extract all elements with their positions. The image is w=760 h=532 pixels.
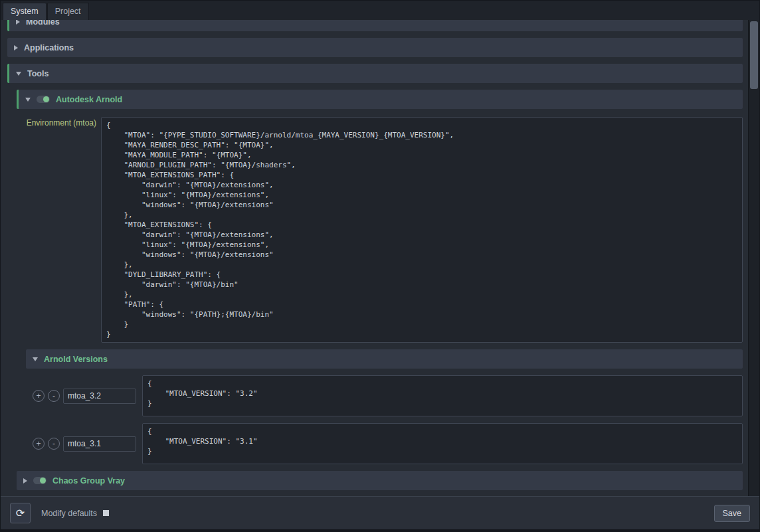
settings-window: System Project Modules Applications Tool… (0, 0, 760, 532)
section-autodesk-arnold[interactable]: Autodesk Arnold (17, 90, 743, 109)
tab-bar: System Project (1, 1, 759, 20)
section-tools-label: Tools (27, 69, 48, 78)
chevron-down-icon (16, 72, 21, 76)
environment-label: Environment (mtoa) (17, 117, 96, 128)
settings-scroll-area: Modules Applications Tools Autodesk Arno… (1, 20, 748, 496)
chevron-down-icon (25, 98, 31, 102)
add-version-button[interactable]: + (33, 438, 45, 450)
section-chaos-group-vray[interactable]: Chaos Group Vray (17, 471, 743, 490)
section-applications-label: Applications (24, 43, 74, 52)
section-modules-label: Modules (26, 20, 60, 27)
chevron-down-icon (33, 357, 38, 361)
version-key-input[interactable] (63, 389, 136, 404)
save-button[interactable]: Save (714, 505, 751, 522)
scrollbar[interactable] (748, 20, 759, 496)
version-row: + - { "MTOA_VERSION": "3.1" } (33, 423, 743, 464)
chevron-right-icon (23, 478, 27, 484)
remove-version-button[interactable]: - (48, 438, 60, 450)
footer-bar: ⟳ Modify defaults Save (1, 496, 759, 529)
version-json-editor[interactable]: { "MTOA_VERSION": "3.2" } (142, 375, 743, 416)
chevron-right-icon (16, 20, 20, 25)
environment-row: Environment (mtoa) { "MTOA": "{PYPE_STUD… (17, 117, 743, 343)
section-autodesk-arnold-label: Autodesk Arnold (56, 95, 122, 104)
enabled-toggle-icon[interactable] (37, 96, 50, 103)
scrollbar-thumb[interactable] (750, 21, 758, 89)
section-modules[interactable]: Modules (7, 20, 743, 31)
section-arnold-versions[interactable]: Arnold Versions (26, 349, 743, 369)
version-key-input[interactable] (63, 436, 136, 452)
remove-version-button[interactable]: - (48, 390, 60, 402)
settings-content: Modules Applications Tools Autodesk Arno… (1, 20, 759, 496)
tab-project[interactable]: Project (47, 3, 89, 20)
modify-defaults-label: Modify defaults (41, 509, 97, 518)
section-chaos-group-vray-label: Chaos Group Vray (52, 476, 125, 486)
version-row: + - { "MTOA_VERSION": "3.2" } (33, 375, 743, 416)
modify-defaults-checkbox[interactable] (103, 510, 109, 516)
refresh-button[interactable]: ⟳ (10, 503, 31, 523)
section-applications[interactable]: Applications (7, 38, 743, 57)
enabled-toggle-icon[interactable] (33, 477, 47, 484)
modify-defaults-control: Modify defaults (41, 509, 109, 518)
chevron-right-icon (14, 45, 18, 50)
section-tools[interactable]: Tools (7, 64, 743, 83)
version-json-editor[interactable]: { "MTOA_VERSION": "3.1" } (142, 423, 743, 464)
refresh-icon: ⟳ (16, 507, 25, 519)
add-version-button[interactable]: + (33, 390, 45, 402)
tab-system[interactable]: System (3, 3, 47, 20)
environment-json-editor[interactable]: { "MTOA": "{PYPE_STUDIO_SOFTWARE}/arnold… (101, 117, 743, 343)
section-arnold-versions-label: Arnold Versions (44, 355, 108, 364)
